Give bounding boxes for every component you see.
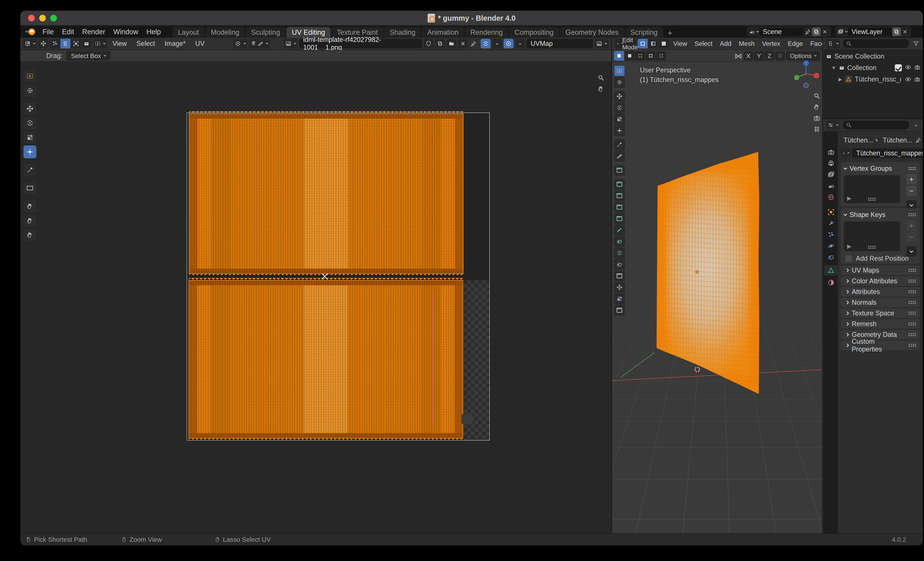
list-expand-icon[interactable]: ▶ (847, 243, 851, 249)
scene-icon[interactable] (748, 29, 759, 35)
tab-material-icon[interactable] (824, 278, 838, 288)
tool-annotate-icon[interactable] (614, 140, 625, 150)
breadcrumb-data[interactable]: Tütchen... (883, 136, 912, 144)
unpack-image-button[interactable] (447, 39, 456, 48)
list-expand-icon[interactable]: ▶ (847, 195, 851, 201)
remove-vertex-group-button[interactable]: − (906, 186, 916, 196)
tool-tweak-select-icon[interactable] (614, 65, 625, 76)
outliner-filter-icon[interactable] (912, 39, 920, 48)
camera-view-icon[interactable] (813, 115, 820, 122)
unlink-scene-button[interactable]: × (820, 27, 829, 36)
tool-loop-cut-icon[interactable] (614, 213, 625, 224)
zoom-icon[interactable] (597, 74, 604, 81)
options-dropdown[interactable]: Options (786, 51, 820, 61)
tab-physics-icon[interactable] (824, 241, 838, 251)
disable-render-camera-icon[interactable] (914, 64, 920, 70)
vp-menu-mesh[interactable]: Mesh (736, 38, 758, 50)
breadcrumb-object[interactable]: Tütchen... (844, 136, 873, 144)
outliner-search-input[interactable] (843, 39, 909, 48)
panel-grip[interactable] (908, 166, 916, 170)
tab-rendering[interactable]: Rendering (465, 27, 508, 38)
menu-window[interactable]: Window (109, 26, 142, 38)
view-layer-icon[interactable] (837, 29, 848, 35)
panel-grip[interactable] (908, 213, 916, 217)
uv-menu-view[interactable]: View (108, 38, 131, 50)
panel-custom-properties[interactable]: Custom Properties (841, 340, 920, 350)
mesh-data-browse-dropdown[interactable] (841, 148, 850, 158)
mode-dropdown[interactable]: Edit Mode (626, 39, 636, 48)
uv-snapping-dropdown[interactable] (492, 39, 502, 48)
outliner-row-scene-collection[interactable]: Scene Collection (823, 51, 923, 62)
snap-target-dropdown[interactable] (249, 39, 270, 48)
remove-shape-key-button[interactable]: − (906, 232, 916, 242)
properties-filter-icon[interactable] (912, 121, 920, 129)
tab-object-icon[interactable] (824, 207, 838, 217)
tool-add-cube-icon[interactable] (614, 165, 625, 176)
tool-measure-icon[interactable] (614, 151, 625, 162)
uv-select-edge-button[interactable] (60, 39, 70, 48)
menu-help[interactable]: Help (142, 26, 165, 38)
tool-move-icon[interactable] (23, 102, 37, 115)
tool-scale-icon[interactable] (23, 131, 37, 144)
collection-checkbox[interactable] (895, 64, 902, 71)
tool-smooth-icon[interactable] (614, 259, 625, 270)
mesh-data-name-field[interactable]: Tütchen_rissc_mappes (852, 148, 923, 158)
tool-annotate-icon[interactable] (23, 164, 37, 177)
vp-menu-add[interactable]: Add (717, 38, 734, 50)
tab-modifiers-icon[interactable] (824, 218, 838, 229)
shape-keys-list[interactable]: ▶ (844, 222, 900, 251)
vp-menu-view[interactable]: View (670, 38, 690, 50)
tab-render-icon[interactable] (824, 147, 838, 157)
sticky-selection-dropdown[interactable] (93, 39, 107, 48)
vp-menu-face[interactable]: Face (807, 38, 823, 50)
disable-render-camera-icon[interactable] (914, 76, 920, 82)
uv-snapping-toggle[interactable] (481, 39, 490, 48)
panel-texture-space[interactable]: Texture Space (841, 308, 920, 318)
vp-uvsel-2[interactable] (625, 51, 634, 61)
tab-scripting[interactable]: Scripting (625, 27, 663, 38)
panel-remesh[interactable]: Remesh (841, 319, 920, 329)
zoom-icon[interactable] (813, 92, 820, 99)
tool-transform-icon[interactable] (23, 145, 37, 159)
panel-uv-maps[interactable]: UV Maps (841, 266, 920, 275)
outliner-row-collection[interactable]: ▼ Collection (823, 62, 923, 74)
vp-uvsel-4[interactable] (646, 51, 656, 61)
vp-uvsel-1[interactable] (614, 51, 624, 61)
mirror-x-button[interactable]: X (744, 51, 753, 61)
uv-map-field[interactable]: UVMap (526, 39, 593, 48)
hide-eye-icon[interactable] (905, 64, 911, 70)
pin-id-icon[interactable] (915, 137, 921, 143)
tab-particles-icon[interactable] (824, 230, 838, 240)
uv-menu-select[interactable]: Select (132, 38, 159, 50)
collapse-arrow-icon[interactable]: ▶ (838, 76, 842, 82)
tool-inset-faces-icon[interactable] (614, 190, 625, 201)
toggle-ortho-grid-icon[interactable] (813, 126, 820, 133)
image-browse-dropdown[interactable] (284, 39, 298, 48)
tab-modeling[interactable]: Modeling (206, 27, 245, 38)
uv-select-island-button[interactable] (81, 39, 92, 48)
tool-relax-icon[interactable] (23, 214, 37, 227)
tab-scene-icon[interactable] (824, 181, 838, 191)
navigation-gizmo[interactable] (792, 60, 820, 88)
shape-keys-title[interactable]: Shape Keys (849, 211, 885, 219)
uv-select-vertex-button[interactable] (50, 39, 60, 48)
panel-normals[interactable]: Normals (841, 298, 920, 307)
vp-menu-vertex[interactable]: Vertex (759, 38, 783, 50)
tab-constraints-icon[interactable] (824, 252, 838, 262)
add-vertex-group-button[interactable]: + (906, 174, 916, 184)
add-rest-position-checkbox[interactable] (845, 255, 852, 262)
tool-edge-slide-icon[interactable] (614, 270, 625, 281)
tab-animation[interactable]: Animation (422, 27, 464, 38)
proportional-editing-toggle[interactable] (504, 39, 513, 48)
expand-arrow-icon[interactable]: ▼ (831, 65, 836, 71)
mirror-y-button[interactable]: Y (754, 51, 764, 61)
tool-shrink-fatten-icon[interactable] (614, 282, 625, 293)
tool-shear-icon[interactable] (614, 293, 625, 304)
tool-move-icon[interactable] (614, 91, 625, 102)
image-name-field[interactable]: idml-template-rf42027982-1001__1.png (299, 39, 422, 48)
fake-user-shield-button[interactable] (423, 39, 434, 48)
editor-type-properties-button[interactable] (826, 120, 840, 130)
select-mode-face-button[interactable] (659, 39, 669, 48)
mirror-butterfly-icon[interactable]: ⋈ (734, 51, 743, 60)
snap-cage-icon[interactable] (775, 51, 785, 61)
